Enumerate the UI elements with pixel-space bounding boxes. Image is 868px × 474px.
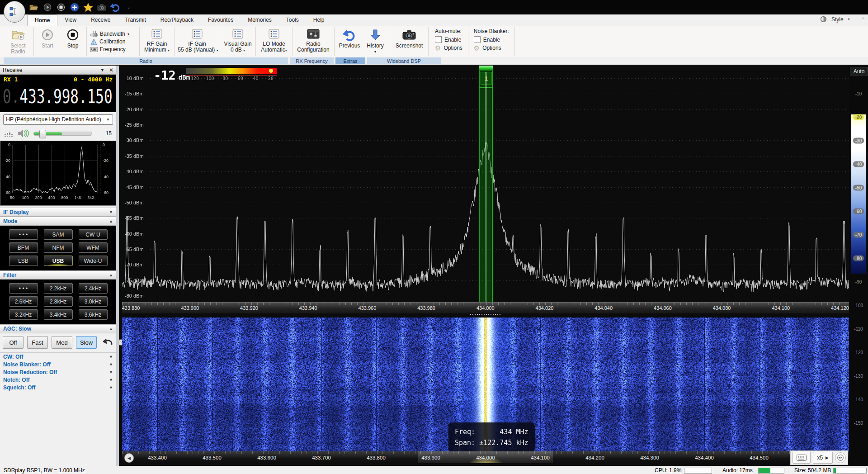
receive-panel-header[interactable]: Receive ▼ ✕ [0, 66, 116, 75]
speaker-icon[interactable] [18, 129, 29, 137]
agc-slow[interactable]: Slow [76, 336, 97, 349]
bandwidth-button[interactable]: Bandwidth▾ [90, 31, 136, 37]
filter-2-4khz[interactable]: 2.4kHz [79, 283, 108, 294]
agc-med[interactable]: Med [52, 336, 72, 349]
mode-lsb[interactable]: LSB [9, 256, 38, 266]
select-radio-button[interactable]: Select Radio [4, 26, 33, 57]
spectrum-display[interactable]: -12dBm -120-100-80-60-40-20 1 -10 dBm-15… [122, 66, 849, 302]
agc-undo-icon[interactable] [103, 339, 113, 346]
level-scale-label[interactable]: -130 [849, 373, 868, 379]
section-agc[interactable]: AGC: Slow▲ [0, 324, 116, 333]
level-scale-label[interactable]: -120 [849, 350, 868, 356]
level-scale-label[interactable]: -20 [849, 114, 868, 120]
auto-scale-button[interactable]: Auto [850, 67, 868, 76]
dsp-collapse-icon[interactable]: ▼ [109, 370, 113, 374]
filter-3-4khz[interactable]: 3.4kHz [44, 309, 73, 320]
mode-collapse-icon[interactable]: ▲ [109, 219, 113, 223]
section-filter[interactable]: Filter▲ [0, 270, 116, 280]
section-mode[interactable]: Mode▲ [0, 217, 116, 226]
filter-[interactable]: • • • [9, 283, 38, 294]
waterfall-zoom-button[interactable]: x5 ▶ [813, 452, 833, 464]
agc-fast[interactable]: Fast [27, 336, 48, 349]
frequency-button[interactable]: Frequency [90, 46, 136, 52]
tab-help[interactable]: Help [306, 14, 332, 26]
application-menu-orb[interactable] [4, 1, 25, 23]
level-scale-label[interactable]: -140 [849, 397, 868, 403]
filter-2-2khz[interactable]: 2.2kHz [44, 283, 73, 294]
tuning-marker[interactable]: 1 [479, 66, 493, 302]
auto-mute-options[interactable]: ⚙Options [435, 45, 462, 51]
tuned-frequency[interactable]: 0.433.998.150 [3, 85, 113, 108]
auto-mute-checkbox[interactable] [435, 36, 442, 43]
stop-icon[interactable] [56, 2, 66, 12]
panel-close-icon[interactable]: ✕ [109, 67, 113, 73]
calibration-button[interactable]: Calibration [90, 38, 136, 45]
volume-knob[interactable] [39, 130, 46, 138]
tab-transmit[interactable]: Transmit [118, 14, 153, 26]
level-scale-label[interactable]: -90 [849, 279, 868, 285]
waterfall-fast-forward-button[interactable] [835, 452, 846, 463]
history-button[interactable]: History ▾ [363, 26, 388, 57]
dsp-collapse-icon[interactable]: ▼ [109, 378, 113, 382]
undo-icon[interactable] [110, 2, 120, 12]
level-scale-label[interactable]: -60 [849, 209, 868, 214]
filter-2-8khz[interactable]: 2.8kHz [44, 296, 73, 307]
noise-blanker-options[interactable]: ⚙Options [474, 45, 509, 51]
section-if-display[interactable]: IF Display▼ [0, 208, 116, 217]
level-scale-label[interactable]: -50 [849, 185, 868, 191]
dsp-section-noise-reduction[interactable]: Noise Reduction: Off▼ [0, 368, 116, 376]
dsp-section-notch[interactable]: Notch: Off▼ [0, 376, 116, 384]
level-scale-label[interactable]: -150 [849, 420, 868, 426]
level-scale-label[interactable]: -100 [849, 303, 868, 308]
filter-3-2khz[interactable]: 3.2kHz [9, 309, 38, 320]
collapse-ribbon-button[interactable]: ⌃ [862, 17, 865, 22]
level-scale-label[interactable]: -70 [849, 232, 868, 238]
play-icon[interactable] [42, 2, 52, 12]
filter-collapse-icon[interactable]: ▲ [109, 273, 113, 277]
stop-button[interactable]: Stop [60, 26, 85, 57]
mode-[interactable]: • • • [9, 229, 38, 240]
add-icon[interactable] [70, 2, 80, 12]
dsp-section-squelch[interactable]: Squelch: Off▼ [0, 384, 116, 391]
tab-view[interactable]: View [57, 14, 84, 26]
equalizer-icon[interactable] [5, 130, 14, 137]
dsp-section-noise-blanker[interactable]: Noise Blanker: Off▼ [0, 360, 116, 368]
level-scale-label[interactable]: -10 [849, 91, 868, 97]
waterfall-frequency-scale[interactable]: 433.400433.500433.600433.700433.800433.9… [122, 451, 849, 463]
frequency-display[interactable]: RX 1 0 - 4000 Hz 0.433.998.150 [0, 75, 116, 112]
tab-tools[interactable]: Tools [279, 14, 306, 26]
previous-button[interactable]: Previous [336, 26, 363, 57]
if-gain-button[interactable]: IF Gain -55 dB (Manual) ▾ [175, 26, 219, 57]
mode-wide-u[interactable]: Wide-U [79, 256, 108, 266]
level-scale-label[interactable]: -40 [849, 161, 868, 167]
spectrum-frequency-axis[interactable]: 433.880433.900433.920433.940433.960433.9… [122, 302, 849, 313]
tab-favourites[interactable]: Favourites [201, 14, 241, 26]
level-scale-label[interactable]: -80 [849, 256, 868, 261]
waterfall-scroll-left-button[interactable]: ◀ [124, 453, 134, 463]
auto-mute-enable[interactable]: Enable [435, 36, 462, 43]
mode-cw-u[interactable]: CW-U [79, 229, 108, 240]
dsp-section-cw[interactable]: CW: Off▼ [0, 353, 116, 360]
volume-slider[interactable] [33, 132, 92, 136]
rf-gain-button[interactable]: RF Gain Minimum ▾ [141, 26, 173, 57]
filter-3-6khz[interactable]: 3.6kHz [79, 309, 108, 320]
lo-mode-button[interactable]: LO Mode Automatic▾ [257, 26, 291, 57]
dsp-collapse-icon[interactable]: ▼ [109, 355, 113, 359]
noise-blanker-enable[interactable]: Enable [474, 36, 509, 43]
mode-nfm[interactable]: NFM [44, 242, 73, 253]
waterfall-keyboard-button[interactable] [793, 452, 811, 464]
dsp-collapse-icon[interactable]: ▼ [109, 385, 113, 390]
tab-home[interactable]: Home [27, 14, 57, 26]
mode-usb[interactable]: USB [44, 256, 73, 266]
visual-gain-button[interactable]: Visual Gain 0 dB ▾ [221, 26, 255, 57]
filter-2-6khz[interactable]: 2.6kHz [9, 296, 38, 307]
audio-device-select[interactable]: HP (Périphérique High Definition Audio) … [3, 114, 113, 125]
mode-bfm[interactable]: BFM [9, 242, 38, 253]
tab-rec-playback[interactable]: Rec/Playback [153, 14, 201, 26]
radio-configuration-button[interactable]: Radio Configuration [293, 26, 333, 57]
agc-off[interactable]: Off [3, 336, 24, 349]
open-folder-icon[interactable] [29, 2, 39, 12]
favourite-icon[interactable] [83, 2, 93, 12]
dsp-collapse-icon[interactable]: ▼ [109, 362, 113, 367]
start-button[interactable]: Start [35, 26, 60, 57]
